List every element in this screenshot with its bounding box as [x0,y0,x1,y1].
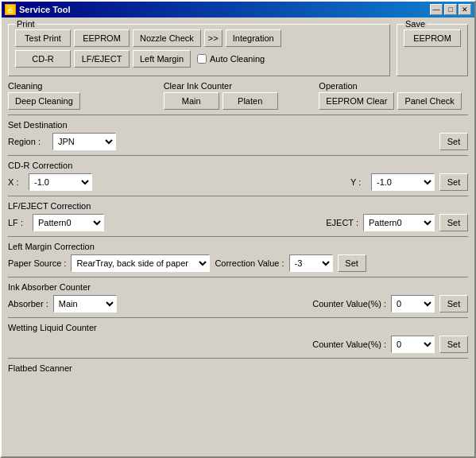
lf-label: LF : [8,218,28,227]
left-margin-set-button[interactable]: Set [338,254,366,272]
correction-value-select[interactable]: -3 -2 -1 0 1 2 3 [289,254,333,272]
left-margin-correction-title: Left Margin Correction [8,242,468,251]
maximize-button[interactable]: □ [444,4,457,15]
paper-source-label: Paper Source : [8,258,66,268]
region-label: Region : [8,137,48,146]
platen-ink-button[interactable]: Platen [223,92,278,110]
cleaning-label: Cleaning [8,81,42,91]
ink-absorber-set-button[interactable]: Set [439,295,468,312]
x-select[interactable]: -1.0 0.0 1.0 [29,173,92,191]
absorber-select[interactable]: Main Platen [53,295,117,312]
eeprom-clear-button[interactable]: EEPROM Clear [319,92,394,110]
eeprom-save-button[interactable]: EEPROM [404,29,461,47]
ink-counter-value-label: Counter Value(%) : [312,299,386,309]
cd-r-button[interactable]: CD-R [15,50,71,68]
wetting-set-button[interactable]: Set [439,336,468,353]
ink-absorber-counter-title: Ink Absorber Counter [8,282,468,292]
correction-value-label: Correction Value : [215,258,284,268]
integration-button[interactable]: Integration [226,29,281,47]
lf-select[interactable]: Pattern0 Pattern1 Pattern2 [33,214,104,231]
app-icon: 🖨 [5,4,16,15]
x-label: X : [8,177,24,187]
cdr-set-button[interactable]: Set [439,173,468,191]
y-select[interactable]: -1.0 0.0 1.0 [371,173,435,191]
test-print-button[interactable]: Test Print [15,29,71,47]
paper-source-select[interactable]: RearTray, back side of paper FrontTray [71,254,210,272]
window-title: Service Tool [19,5,71,14]
cdr-correction-title: CD-R Correction [8,161,468,170]
left-margin-button[interactable]: Left Margin [133,50,191,68]
main-ink-button[interactable]: Main [164,92,219,110]
minimize-button[interactable]: — [430,4,443,15]
eject-select[interactable]: Pattern0 Pattern1 Pattern2 [363,214,435,231]
print-section-label: Print [15,19,37,29]
wetting-liquid-counter-title: Wetting Liquid Counter [8,323,468,332]
auto-cleaning-label: Auto Cleaning [210,54,265,64]
eeprom-print-button[interactable]: EEPROM [74,29,130,47]
operation-label: Operation [319,81,357,91]
panel-check-button[interactable]: Panel Check [397,92,461,110]
deep-cleaning-button[interactable]: Deep Cleaning [8,92,80,110]
set-destination-title: Set Destination [8,120,468,130]
ink-counter-select[interactable]: 0 10 20 50 100 [391,295,435,312]
lf-eject-correction-title: LF/EJECT Correction [8,201,468,211]
title-bar: 🖨 Service Tool — □ ✕ [2,2,474,17]
save-section-label: Save [404,19,427,29]
clear-ink-label: Clear Ink Counter [164,81,232,91]
nozzle-check-button[interactable]: Nozzle Check [133,29,201,47]
lf-eject-button[interactable]: LF/EJECT [74,50,130,68]
y-label: Y : [350,177,366,187]
region-select[interactable]: JPN USA EUR [52,133,116,150]
eject-label: EJECT : [326,218,358,227]
close-button[interactable]: ✕ [459,4,471,15]
main-content: Print Test Print EEPROM Nozzle Check >> … [2,17,474,456]
arrow-button[interactable]: >> [204,29,223,47]
title-buttons: — □ ✕ [430,4,471,15]
wetting-counter-value-label: Counter Value(%) : [312,340,386,349]
lf-eject-set-button[interactable]: Set [439,214,468,231]
flatbed-scanner-title: Flatbed Scanner [8,363,468,373]
absorber-label: Absorber : [8,299,48,309]
wetting-counter-select[interactable]: 0 10 20 50 100 [391,336,435,353]
main-window: 🖨 Service Tool — □ ✕ Print Test Print EE… [0,0,476,458]
auto-cleaning-checkbox[interactable] [197,54,207,64]
title-bar-left: 🖨 Service Tool [5,4,71,15]
set-destination-button[interactable]: Set [439,133,468,150]
